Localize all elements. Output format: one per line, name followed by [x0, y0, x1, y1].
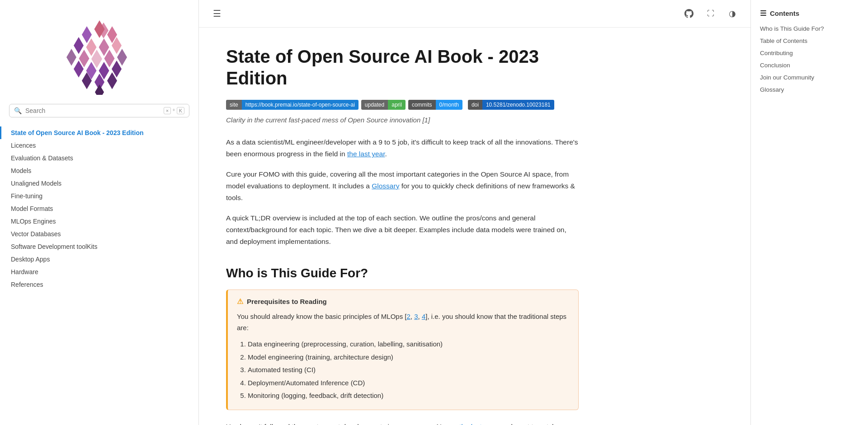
- subtitle: Clarity in the current fast-paced mess o…: [226, 116, 579, 124]
- top-bar: ☰ ⛶ ◑: [199, 0, 750, 28]
- sidebar-item-mlops[interactable]: MLOps Engines: [0, 215, 198, 228]
- svg-marker-4: [74, 37, 84, 54]
- toc-list: Who is This Guide For? Table of Contents…: [760, 24, 859, 94]
- sidebar-item-finetuning[interactable]: Fine-tuning: [0, 190, 198, 202]
- sidebar-item-models[interactable]: Models: [0, 164, 198, 177]
- page-title: State of Open Source AI Book - 2023 Edit…: [226, 46, 579, 89]
- nav-list: State of Open Source AI Book - 2023 Edit…: [0, 126, 198, 291]
- intro-paragraph-3: A quick TL;DR overview is included at th…: [226, 212, 579, 248]
- prereq-title: ⚠ Prerequisites to Reading: [237, 297, 569, 306]
- intro-paragraph-1: As a data scientist/ML engineer/develope…: [226, 136, 579, 160]
- list-item: Deployment/Automated Inference (CD): [248, 377, 569, 390]
- content-area: State of Open Source AI Book - 2023 Edit…: [199, 28, 606, 425]
- sidebar-item-references[interactable]: References: [0, 278, 198, 291]
- sidebar-item-hardware[interactable]: Hardware: [0, 266, 198, 278]
- search-shortcut: × + K: [164, 107, 184, 114]
- last-year-link-2[interactable]: the last year: [459, 423, 497, 425]
- toc-sidebar: ☰ Contents Who is This Guide For? Table …: [750, 0, 868, 425]
- who-is-guide-for-heading: Who is This Guide For?: [226, 266, 579, 280]
- badge-updated-label: updated: [361, 100, 388, 110]
- svg-marker-8: [66, 49, 76, 65]
- list-item: Data engineering (preprocessing, curatio…: [248, 338, 569, 351]
- svg-marker-12: [117, 49, 127, 65]
- logo-container: [0, 0, 198, 104]
- list-item: Monitoring (logging, feedback, drift det…: [248, 389, 569, 402]
- warning-icon: ⚠: [237, 297, 243, 306]
- sidebar-item-desktop[interactable]: Desktop Apps: [0, 253, 198, 266]
- top-bar-icons: ⛶ ◑: [682, 6, 740, 21]
- toc-item-conclusion[interactable]: Conclusion: [760, 61, 859, 70]
- site-logo: [59, 14, 140, 95]
- badge-commits-label: commits: [408, 100, 436, 110]
- badge-site-label: site: [226, 100, 242, 110]
- badge-doi-label: doi: [468, 100, 482, 110]
- badge-doi-value[interactable]: 10.5281/zenodo.10023181: [482, 100, 554, 110]
- sidebar-item-sdk[interactable]: Software Development toolKits: [0, 240, 198, 253]
- badge-commits-value: 0/month: [436, 100, 462, 110]
- theme-toggle-icon[interactable]: ◑: [725, 6, 740, 21]
- sidebar-item-licences[interactable]: Licences: [0, 139, 198, 152]
- badge-site-value[interactable]: https://book.premai.io/state-of-open-sou…: [242, 100, 359, 110]
- svg-marker-20: [95, 84, 104, 95]
- sidebar-item-unaligned[interactable]: Unaligned Models: [0, 177, 198, 190]
- list-item: Automated testing (CI): [248, 364, 569, 377]
- toc-item-who[interactable]: Who is This Guide For?: [760, 24, 859, 33]
- toc-item-contributing[interactable]: Contributing: [760, 48, 859, 58]
- last-year-link-1[interactable]: the last year: [347, 150, 385, 158]
- search-box[interactable]: 🔍 × + K: [9, 104, 189, 117]
- prereq-list: Data engineering (preprocessing, curatio…: [248, 338, 569, 402]
- search-input[interactable]: [25, 107, 160, 114]
- prereq-intro: You should already know the basic princi…: [237, 311, 569, 334]
- toc-item-community[interactable]: Join our Community: [760, 73, 859, 82]
- badge-updated-value: april: [388, 100, 406, 110]
- toc-item-table[interactable]: Table of Contents: [760, 36, 859, 46]
- main-content: ☰ ⛶ ◑ State of Open Source AI Book - 202…: [199, 0, 750, 425]
- toc-header: ☰ Contents: [760, 9, 859, 18]
- prerequisites-box: ⚠ Prerequisites to Reading You should al…: [226, 290, 579, 410]
- sidebar-item-formats[interactable]: Model Formats: [0, 202, 198, 215]
- github-icon[interactable]: [682, 6, 696, 21]
- toc-item-glossary[interactable]: Glossary: [760, 85, 859, 94]
- sidebar-item-current[interactable]: State of Open Source AI Book - 2023 Edit…: [0, 126, 198, 139]
- hamburger-icon[interactable]: ☰: [210, 6, 224, 21]
- sidebar-item-eval[interactable]: Evaluation & Datasets: [0, 152, 198, 164]
- badges-row: site https://book.premai.io/state-of-ope…: [226, 100, 579, 110]
- intro-paragraph-2: Cure your FOMO with this guide, covering…: [226, 168, 579, 204]
- list-item: Model engineering (training, architectur…: [248, 351, 569, 364]
- fullscreen-icon[interactable]: ⛶: [703, 6, 718, 21]
- outro-paragraph-1: You haven't followed the most recent dev…: [226, 421, 579, 425]
- sidebar: 🔍 × + K State of Open Source AI Book - 2…: [0, 0, 199, 425]
- search-icon: 🔍: [14, 107, 22, 114]
- sidebar-item-vector[interactable]: Vector Databases: [0, 228, 198, 240]
- glossary-link[interactable]: Glossary: [372, 182, 399, 190]
- toc-icon: ☰: [760, 9, 766, 18]
